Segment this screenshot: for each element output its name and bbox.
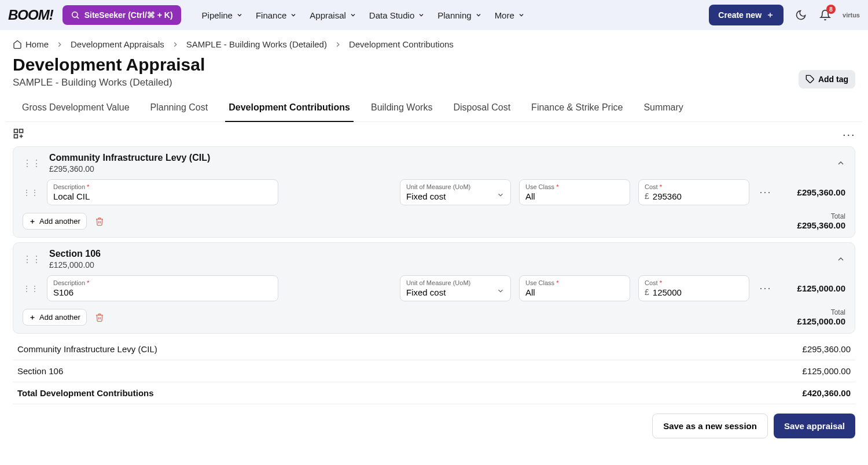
group-titles: Section 106 £125,000.00: [49, 249, 101, 270]
delete-button[interactable]: [95, 313, 104, 322]
summary-row: Community Infrastructure Levy (CIL) £295…: [13, 338, 855, 360]
breadcrumb: Home Development Appraisals SAMPLE - Bui…: [0, 30, 868, 51]
tab-disposal-cost[interactable]: Disposal Cost: [450, 99, 514, 121]
add-tag-button[interactable]: Add tag: [799, 70, 855, 88]
collapse-button[interactable]: [836, 254, 845, 264]
useclass-field[interactable]: Use Class*: [519, 275, 630, 301]
breadcrumb-appraisals[interactable]: Development Appraisals: [71, 39, 164, 49]
description-field[interactable]: Description*: [47, 179, 278, 205]
useclass-input[interactable]: [525, 286, 624, 297]
notifications-button[interactable]: 8: [818, 8, 832, 22]
svg-rect-6: [20, 130, 23, 133]
nav-finance[interactable]: Finance: [256, 10, 297, 20]
nav-appraisal[interactable]: Appraisal: [310, 10, 356, 20]
create-label: Create new: [718, 10, 762, 20]
save-appraisal-button[interactable]: Save appraisal: [774, 414, 855, 438]
plus-icon: [29, 314, 36, 321]
row-total: £125,000.00: [782, 283, 845, 293]
group-title: Section 106: [49, 249, 101, 259]
uom-field[interactable]: Unit of Measure (UoM): [400, 275, 511, 301]
siteseeker-button[interactable]: SiteSeeker (Ctrl/⌘ + K): [62, 5, 181, 25]
drag-handle-icon[interactable]: ⋮⋮: [23, 158, 41, 169]
summary-value: £295,360.00: [803, 344, 851, 354]
cost-field[interactable]: Cost* £: [638, 275, 749, 301]
nav-label: More: [495, 10, 514, 20]
row-total: £295,360.00: [782, 187, 845, 197]
group-total-amount: £125,000.00: [797, 316, 845, 326]
more-actions-button[interactable]: ···: [843, 128, 855, 141]
summary: Community Infrastructure Levy (CIL) £295…: [0, 334, 868, 404]
moon-icon: [795, 9, 807, 21]
uom-field[interactable]: Unit of Measure (UoM): [400, 179, 511, 205]
tab-finance-strike[interactable]: Finance & Strike Price: [528, 99, 626, 121]
add-tag-label: Add tag: [818, 75, 848, 84]
tab-summary[interactable]: Summary: [640, 99, 686, 121]
svg-line-1: [77, 17, 79, 19]
group-footer: Add another Total £125,000.00: [23, 308, 845, 326]
breadcrumb-home[interactable]: Home: [13, 39, 49, 49]
chevron-down-icon: [518, 12, 525, 19]
grid-plus-icon: [13, 128, 24, 139]
tab-development-contributions[interactable]: Development Contributions: [225, 99, 354, 122]
summary-label: Section 106: [17, 366, 63, 376]
save-session-button[interactable]: Save as a new session: [652, 414, 768, 438]
chevron-down-icon: [418, 12, 425, 19]
group-amount: £295,360.00: [49, 164, 210, 174]
user-label[interactable]: virtus: [843, 12, 860, 19]
tab-building-works[interactable]: Building Works: [367, 99, 436, 121]
group-footer: Add another Total £295,360.00: [23, 212, 845, 230]
uom-select[interactable]: [406, 286, 505, 297]
tag-icon: [806, 75, 815, 84]
trash-icon: [95, 313, 104, 322]
collapse-button[interactable]: [836, 158, 845, 168]
row-more-button[interactable]: ···: [757, 282, 774, 294]
row-more-button[interactable]: ···: [757, 186, 774, 198]
chevron-down-icon: [236, 12, 243, 19]
group-total-amount: £295,360.00: [797, 220, 845, 230]
delete-button[interactable]: [95, 217, 104, 226]
currency-label: £: [645, 191, 649, 201]
breadcrumb-sample[interactable]: SAMPLE - Building Works (Detailed): [186, 39, 327, 49]
nav-planning[interactable]: Planning: [437, 10, 481, 20]
description-input[interactable]: [53, 190, 272, 201]
nav-pipeline[interactable]: Pipeline: [202, 10, 243, 20]
field-label: Use Class*: [525, 279, 624, 286]
tab-gdv[interactable]: Gross Development Value: [19, 99, 133, 121]
group-total-label: Total: [797, 308, 845, 316]
nav-datastudio[interactable]: Data Studio: [369, 10, 425, 20]
drag-handle-icon[interactable]: ⋮⋮: [23, 188, 39, 197]
field-label: Unit of Measure (UoM): [406, 183, 505, 190]
group-header: ⋮⋮ Section 106 £125,000.00: [23, 249, 845, 270]
summary-value: £125,000.00: [803, 366, 851, 376]
nav-more[interactable]: More: [495, 10, 525, 20]
group-s106: ⋮⋮ Section 106 £125,000.00 ⋮⋮ Descriptio…: [13, 242, 855, 334]
chevron-up-icon: [836, 158, 845, 168]
footer: Save as a new session Save appraisal: [0, 404, 868, 448]
description-input[interactable]: [53, 286, 272, 297]
group-total-label: Total: [797, 212, 845, 220]
topbar: BOOM! SiteSeeker (Ctrl/⌘ + K) Pipeline F…: [0, 0, 868, 30]
cost-input[interactable]: [653, 190, 743, 201]
add-another-label: Add another: [39, 217, 80, 226]
group-total: Total £295,360.00: [797, 212, 845, 230]
cost-input[interactable]: [653, 286, 743, 297]
cost-field[interactable]: Cost* £: [638, 179, 749, 205]
add-another-button[interactable]: Add another: [23, 309, 87, 326]
summary-row: Section 106 £125,000.00: [13, 360, 855, 382]
add-another-label: Add another: [39, 313, 80, 322]
breadcrumb-label: Development Contributions: [349, 39, 454, 49]
useclass-field[interactable]: Use Class*: [519, 179, 630, 205]
create-new-button[interactable]: Create new: [709, 5, 784, 25]
search-icon: [71, 10, 80, 20]
breadcrumb-current: Development Contributions: [349, 39, 454, 49]
theme-toggle-button[interactable]: [794, 8, 808, 22]
tab-planning-cost[interactable]: Planning Cost: [147, 99, 212, 121]
description-field[interactable]: Description*: [47, 275, 278, 301]
add-widget-button[interactable]: [13, 128, 25, 141]
useclass-input[interactable]: [525, 190, 624, 201]
uom-select[interactable]: [406, 190, 505, 201]
group-total: Total £125,000.00: [797, 308, 845, 326]
drag-handle-icon[interactable]: ⋮⋮: [23, 254, 41, 265]
drag-handle-icon[interactable]: ⋮⋮: [23, 284, 39, 293]
add-another-button[interactable]: Add another: [23, 213, 87, 230]
